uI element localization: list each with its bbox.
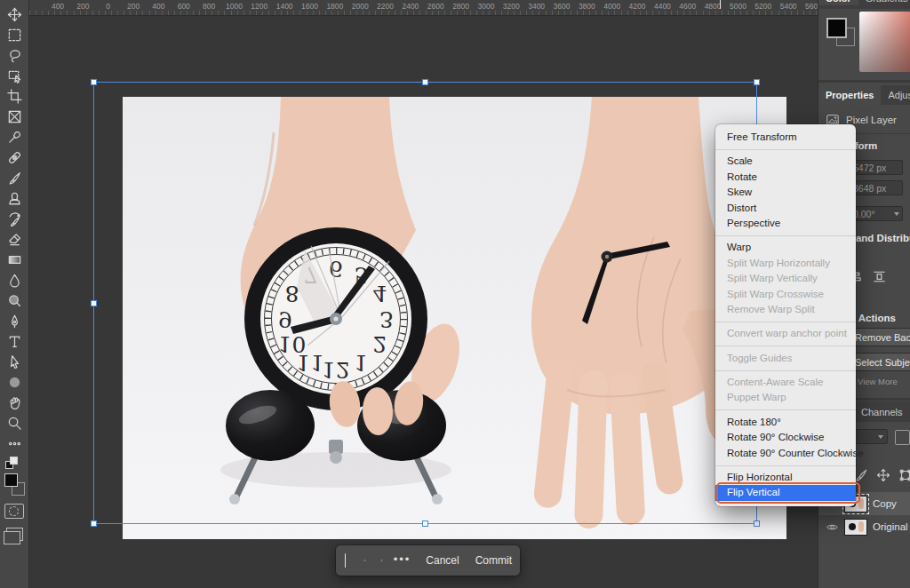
swap-colors-icon[interactable] [5, 457, 23, 469]
edit-toolbar-button[interactable] [3, 433, 26, 454]
transform-width-field[interactable]: 5472 px [848, 160, 903, 175]
eraser-tool[interactable] [3, 229, 26, 250]
ruler-label: 1400 [276, 2, 293, 11]
tab-properties[interactable]: Properties [818, 85, 881, 105]
ruler-label: 2000 [352, 2, 369, 11]
brush-tool[interactable] [3, 168, 26, 188]
transform-handle[interactable] [422, 520, 428, 527]
layer-row-original[interactable]: Original [818, 515, 910, 538]
ellipsis-icon [7, 436, 22, 451]
type-tool[interactable] [3, 331, 26, 352]
tab-adjustments[interactable]: Adjustments [881, 85, 910, 105]
menu-item-warp[interactable]: Warp [715, 240, 856, 255]
foreground-color-swatch[interactable] [4, 473, 18, 487]
hand-tool[interactable] [3, 393, 26, 413]
menu-item-convert-warp-anchor-point: Convert warp anchor point [715, 326, 856, 341]
tab-color[interactable]: Color [818, 0, 858, 5]
flip-horizontal-icon[interactable] [363, 552, 366, 568]
color-swatch-widget[interactable] [826, 18, 857, 48]
foreground-background-swatches[interactable] [4, 473, 25, 496]
eyedropper-tool[interactable] [3, 127, 26, 147]
transform-bounding-box[interactable] [93, 82, 757, 524]
transform-angle-field[interactable]: 0.00° [848, 206, 903, 221]
move-tool[interactable] [3, 4, 26, 25]
ruler-label: 1600 [301, 2, 318, 11]
transform-handle[interactable] [422, 79, 428, 85]
menu-separator [715, 149, 856, 150]
menu-item-rotate-90-clockwise[interactable]: Rotate 90° Clockwise [715, 430, 856, 445]
filter-transform-icon[interactable] [898, 468, 910, 482]
ruler-label: 800 [203, 2, 215, 11]
pen-tool[interactable] [3, 311, 26, 331]
quick-mask-button[interactable] [4, 504, 24, 519]
drag-handle[interactable] [345, 553, 346, 568]
ruler-label: 2200 [377, 2, 394, 11]
lock-icon[interactable] [895, 430, 910, 445]
lasso-icon [7, 48, 22, 63]
marquee-tool[interactable] [3, 25, 26, 45]
menu-item-scale[interactable]: Scale [715, 154, 856, 169]
zoom-tool[interactable] [3, 413, 26, 433]
ruler-label: 4200 [629, 2, 646, 11]
transform-handle[interactable] [91, 520, 97, 527]
foreground-color-swatch[interactable] [826, 18, 847, 38]
object-selection-tool[interactable] [3, 66, 26, 86]
flip-vertical-icon[interactable] [380, 552, 383, 568]
menu-item-rotate-90-counter-clockwise[interactable]: Rotate 90° Counter Clockwise [715, 446, 856, 461]
ruler-label: 3400 [528, 2, 545, 11]
menu-item-distort[interactable]: Distort [715, 201, 856, 216]
menu-item-free-transform[interactable]: Free Transform [715, 130, 856, 145]
tab-channels[interactable]: Channels [854, 402, 909, 422]
menu-item-rotate[interactable]: Rotate [715, 170, 856, 185]
blur-tool[interactable] [3, 270, 26, 290]
healing-brush-tool[interactable] [3, 147, 26, 168]
shape-icon [7, 375, 22, 390]
dodge-tool[interactable] [3, 290, 26, 311]
clone-stamp-tool[interactable] [3, 188, 26, 209]
menu-item-perspective[interactable]: Perspective [715, 216, 856, 231]
crop-icon [7, 89, 22, 104]
screen-mode-button[interactable] [6, 528, 23, 541]
stamp-icon [7, 191, 22, 206]
menu-item-flip-vertical[interactable]: Flip Vertical [715, 485, 856, 500]
color-panel-tabs: Color Gradients [818, 0, 910, 9]
transform-handle[interactable] [91, 300, 97, 306]
color-picker-field[interactable] [859, 12, 910, 72]
menu-item-skew[interactable]: Skew [715, 185, 856, 200]
menu-item-flip-horizontal[interactable]: Flip Horizontal [715, 470, 856, 485]
transform-options-bar: ••• Cancel Commit [336, 545, 520, 576]
gradient-tool[interactable] [3, 250, 26, 270]
frame-tool[interactable] [3, 107, 26, 127]
menu-item-rotate-180-[interactable]: Rotate 180° [715, 415, 856, 430]
path-selection-tool[interactable] [3, 352, 26, 372]
menu-item-content-aware-scale: Content-Aware Scale [715, 375, 856, 390]
crop-tool[interactable] [3, 86, 26, 107]
history-brush-tool[interactable] [3, 209, 26, 229]
annotation-highlight-ring [716, 482, 860, 503]
transform-handle[interactable] [91, 79, 97, 85]
more-options-icon[interactable]: ••• [394, 552, 411, 566]
frame-icon [7, 109, 22, 124]
transform-handle[interactable] [754, 79, 760, 85]
ruler-label: 400 [152, 2, 164, 11]
ruler-label: 5400 [780, 2, 797, 11]
layer-thumbnail[interactable] [844, 519, 867, 536]
filter-move-icon[interactable] [876, 468, 890, 482]
distribute-icon[interactable] [872, 269, 887, 284]
ruler-label: 5600 [805, 2, 818, 11]
filter-brush-icon[interactable] [854, 468, 868, 482]
transform-height-field[interactable]: 3648 px [848, 180, 903, 195]
commit-button[interactable]: Commit [475, 554, 512, 567]
ruler-label: 0 [106, 2, 110, 11]
transform-handle[interactable] [754, 520, 760, 527]
view-more-link[interactable]: View More [858, 377, 898, 386]
ruler-label: 5000 [730, 2, 746, 11]
ruler-cursor-marker [720, 0, 721, 9]
ruler-label: 4600 [679, 2, 696, 11]
tab-gradients[interactable]: Gradients [858, 0, 910, 5]
shape-tool[interactable] [3, 372, 26, 393]
eye-icon[interactable] [826, 520, 839, 534]
cancel-button[interactable]: Cancel [426, 554, 459, 567]
lasso-tool[interactable] [3, 45, 26, 66]
ruler-label: 600 [178, 2, 190, 11]
